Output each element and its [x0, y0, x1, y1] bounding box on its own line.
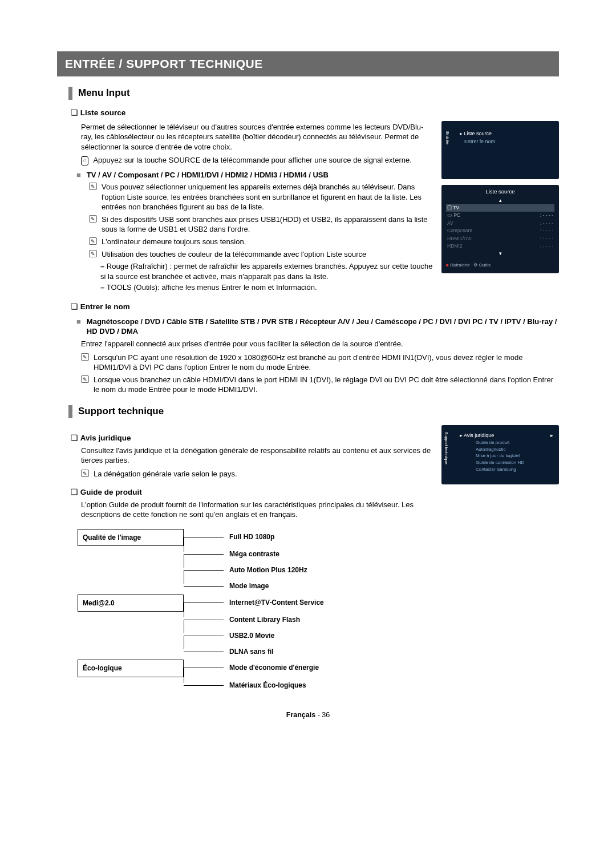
- note4: Utilisation des touches de couleur de la…: [102, 249, 366, 260]
- osd3-sub2: Mise à jour du logiciel: [476, 453, 553, 459]
- devices-list: Magnétoscope / DVD / Câble STB / Satelli…: [87, 317, 559, 337]
- osd3-sub0: Guide de produit: [476, 440, 553, 446]
- subhead-liste-source: Liste source: [71, 108, 559, 118]
- liste-source-desc: Permet de sélectionner le téléviseur ou …: [81, 122, 433, 152]
- ft-quality-0: Full HD 1080p: [229, 529, 274, 546]
- ft-eco-label: Éco-logique: [78, 660, 184, 677]
- dash-tools: TOOLS (Outils): affiche les menus Entrer…: [107, 283, 317, 292]
- note-icon: ✎: [89, 215, 97, 223]
- note-icon: ✎: [81, 375, 89, 383]
- remote-icon: ⌂: [81, 156, 88, 165]
- osd2-row3: Composant: [447, 228, 472, 234]
- ft-quality-3: Mode image: [229, 578, 269, 594]
- avis-desc: Consultez l'avis juridique et la dénégat…: [81, 446, 433, 466]
- ft-quality-1: Méga contraste: [229, 546, 279, 562]
- osd3-item: Avis juridique: [464, 432, 494, 438]
- ft-media-2: USB2.0 Movie: [229, 628, 274, 644]
- osd-support-menu: Support technique ▸ Avis juridique▸ Guid…: [441, 425, 559, 484]
- guide-desc: L'option Guide de produit fournit de l'i…: [81, 500, 433, 520]
- osd2-row1: PC: [453, 212, 460, 218]
- remote-note: Appuyez sur la touche SOURCE de la téléc…: [93, 155, 411, 165]
- osd-entree-menu: Entrée ▸ Liste source Entrer le nom: [441, 121, 559, 179]
- osd1-side: Entrée: [444, 131, 450, 145]
- note2: Si des dispositifs USB sont branchés aux…: [102, 215, 433, 235]
- osd3-side: Support technique: [444, 432, 449, 464]
- entrer-nom-desc: Entrez l'appareil connecté aux prises d'…: [81, 339, 559, 349]
- en-note2: Lorsque vous branchez un câble HDMI/DVI …: [94, 375, 559, 395]
- osd2-row0: TV: [453, 205, 459, 211]
- osd2-dash: : - - - -: [540, 212, 553, 219]
- osd2-title: Liste source: [446, 188, 554, 196]
- heading-menu-input: Menu Input: [68, 87, 559, 100]
- ft-eco-1: Matériaux Éco-logiques: [229, 677, 306, 693]
- note-icon: ✎: [89, 237, 97, 245]
- dash-rafraichir: Rouge (Rafraîchir) : permet de rafraîchi…: [100, 262, 432, 281]
- osd3-sub4: Contacter Samsung: [476, 467, 553, 473]
- note3: L'ordinateur demeure toujours sous tensi…: [102, 237, 246, 247]
- osd2-row2: AV: [447, 220, 453, 227]
- ft-media-label: Medi@2.0: [78, 595, 184, 612]
- subhead-avis: Avis juridique: [71, 433, 433, 443]
- en-note1: Lorsqu'un PC ayant une résolution de 192…: [94, 353, 559, 373]
- ft-media-1: Content Library Flash: [229, 612, 300, 628]
- osd2-footer-r: Outils: [479, 262, 491, 268]
- ft-quality-label: Qualité de l'image: [78, 529, 184, 546]
- osd1-item1: Liste source: [464, 131, 492, 136]
- ft-quality-2: Auto Motion Plus 120Hz: [229, 562, 307, 578]
- note-icon: ✎: [89, 250, 97, 257]
- page-footer: Français - 36: [57, 710, 559, 720]
- note-icon: ✎: [81, 353, 89, 361]
- note-icon: ✎: [89, 183, 97, 190]
- footer-page: 36: [322, 711, 330, 719]
- note1: Vous pouvez sélectionner uniquement les …: [102, 182, 433, 212]
- sources-list: TV / AV / Composant / PC / HDMI1/DVI / H…: [87, 170, 329, 180]
- osd3-sub3: Guide de connexion HD: [476, 460, 553, 466]
- note-icon: ✎: [81, 470, 89, 477]
- heading-support: Support technique: [68, 405, 559, 418]
- osd2-footer-l: Rafraîchir: [450, 262, 470, 268]
- subhead-guide: Guide de produit: [71, 487, 433, 498]
- osd1-item2: Entrer le nom: [464, 138, 553, 145]
- feature-table: Qualité de l'image Full HD 1080p Méga co…: [78, 529, 559, 693]
- subhead-entrer-nom: Entrer le nom: [71, 302, 559, 312]
- footer-lang: Français: [286, 711, 315, 719]
- ft-eco-0: Mode d'économie d'énergie: [229, 660, 319, 677]
- osd-liste-source: Liste source ▴ ☐ TV ▭ PC: - - - - AV: - …: [441, 185, 559, 273]
- osd3-sub1: Autodiagnostic: [476, 447, 553, 453]
- osd2-row5: HDMI2: [447, 243, 462, 249]
- page-title-bar: ENTRÉE / SUPPORT TECHNIQUE: [57, 51, 559, 76]
- osd2-row4: HDMI1/DVI: [447, 236, 472, 242]
- avis-note: La dénégation générale varie selon le pa…: [94, 469, 237, 479]
- ft-media-0: Internet@TV-Content Service: [229, 595, 324, 612]
- ft-media-3: DLNA sans fil: [229, 644, 274, 660]
